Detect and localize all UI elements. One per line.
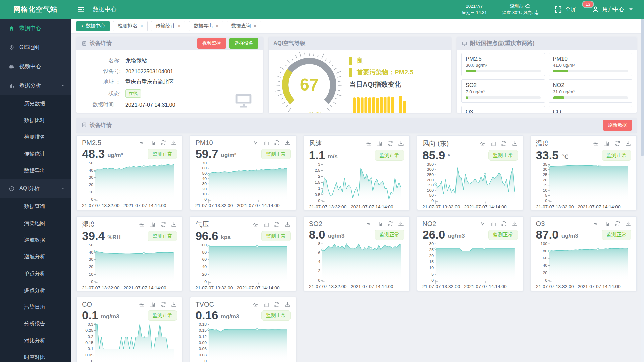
download-icon[interactable] — [284, 140, 291, 146]
sidebar-subitem[interactable]: 分析报告 — [0, 315, 71, 332]
sidebar-subitem[interactable]: 数据导出 — [0, 162, 71, 179]
tab[interactable]: 数据查询× — [227, 21, 261, 31]
sidebar-subitem[interactable]: 巡航数据 — [0, 232, 71, 248]
bar-chart-icon[interactable] — [263, 221, 269, 228]
bar-chart-icon[interactable] — [149, 221, 156, 228]
sidebar-subitem[interactable]: 单点分析 — [0, 265, 71, 282]
tab[interactable]: 数据导出× — [189, 21, 223, 31]
menu-toggle-icon[interactable] — [77, 5, 86, 14]
download-icon[interactable] — [625, 140, 631, 147]
sidebar-subitem[interactable]: 时空对比 — [0, 349, 71, 362]
bar-chart-icon[interactable] — [263, 140, 269, 146]
download-icon[interactable] — [398, 221, 404, 227]
bar-chart-icon[interactable] — [149, 301, 156, 308]
sidebar-item-gis-map[interactable]: GIS地图 — [0, 38, 71, 57]
user-icon — [591, 5, 600, 14]
svg-text:3: 3 — [318, 163, 320, 167]
svg-text:0: 0 — [205, 279, 207, 284]
sidebar-subitem[interactable]: 巡航分析 — [0, 248, 71, 265]
svg-text:2021-07-07 13:32:00: 2021-07-07 13:32:00 — [536, 205, 574, 210]
bar-chart-icon[interactable] — [490, 221, 496, 227]
fullscreen-button[interactable]: 全屏 13 — [554, 5, 576, 14]
bar-chart-icon[interactable] — [263, 301, 269, 308]
line-chart-icon[interactable] — [593, 221, 599, 227]
sidebar-subitem[interactable]: 污染日历 — [0, 299, 71, 315]
bar-chart-icon[interactable] — [376, 140, 383, 147]
sidebar-item-video-center[interactable]: 视频中心 — [0, 57, 71, 76]
refresh-icon[interactable] — [274, 140, 280, 146]
metric-progress — [466, 70, 541, 72]
bar-chart-icon[interactable] — [376, 221, 383, 227]
sidebar-item-aqi-analysis[interactable]: AQI分析 — [0, 179, 71, 198]
sidebar-subitem[interactable]: 检测排名 — [0, 129, 71, 145]
bar-chart-icon[interactable] — [603, 221, 610, 227]
refresh-icon[interactable] — [614, 221, 621, 227]
sidebar-subitem[interactable]: 多点分析 — [0, 282, 71, 299]
download-icon[interactable] — [284, 221, 291, 228]
line-chart-icon[interactable] — [252, 221, 259, 228]
line-chart-icon[interactable] — [252, 301, 259, 308]
metric-name: PM2.5 — [466, 56, 541, 62]
download-icon[interactable] — [171, 221, 177, 228]
refresh-icon[interactable] — [160, 301, 166, 308]
sidebar-subitem[interactable]: 历史数据 — [0, 95, 71, 112]
active-dot-icon: ● — [81, 24, 83, 28]
tab[interactable]: 传输统计× — [151, 21, 185, 31]
scrollbar-thumb[interactable] — [641, 19, 644, 156]
refresh-icon[interactable] — [387, 140, 393, 147]
refresh-icon[interactable] — [501, 221, 507, 227]
refresh-data-button[interactable]: 刷新数据 — [603, 120, 632, 131]
download-icon[interactable] — [512, 221, 518, 227]
close-icon[interactable]: × — [254, 23, 257, 28]
sidebar-subitem[interactable]: 对比分析 — [0, 332, 71, 349]
download-icon[interactable] — [171, 140, 177, 146]
line-chart-icon[interactable] — [139, 140, 145, 146]
download-icon[interactable] — [284, 301, 291, 308]
refresh-icon[interactable] — [614, 140, 621, 147]
sidebar-item-data-analysis[interactable]: 数据分析 — [0, 76, 71, 95]
sidebar-subitem[interactable]: 数据比对 — [0, 112, 71, 129]
sidebar-subitem[interactable]: 污染地图 — [0, 215, 71, 232]
refresh-icon[interactable] — [160, 221, 166, 228]
user-center-button[interactable]: 用户中心 — [591, 5, 633, 14]
sidebar-subitem[interactable]: 数据查询 — [0, 198, 71, 215]
line-chart-icon[interactable] — [366, 140, 372, 147]
scrollbar[interactable] — [641, 19, 644, 362]
download-icon[interactable] — [171, 301, 177, 308]
download-icon[interactable] — [625, 221, 631, 227]
close-icon[interactable]: × — [140, 23, 143, 28]
bar-chart-icon[interactable] — [603, 140, 610, 147]
line-chart-icon[interactable] — [479, 140, 486, 147]
refresh-icon[interactable] — [501, 140, 507, 147]
video-monitor-button[interactable]: 视频监控 — [197, 38, 226, 49]
refresh-icon[interactable] — [274, 301, 280, 308]
metric-unit: %RH — [107, 234, 121, 241]
line-chart-icon[interactable] — [479, 221, 486, 227]
close-icon[interactable]: × — [178, 23, 181, 28]
svg-text:10: 10 — [89, 272, 93, 277]
metric-card: PM10 59.7 ug/m³ 监测正常 010203040506070 202… — [190, 135, 296, 210]
tab-label: 数据查询 — [231, 23, 251, 29]
line-chart-icon[interactable] — [252, 140, 259, 146]
line-chart-icon[interactable] — [593, 140, 599, 147]
refresh-icon[interactable] — [387, 221, 393, 227]
close-icon[interactable]: × — [216, 23, 219, 28]
bar-chart-icon[interactable] — [149, 140, 156, 146]
line-chart-icon[interactable] — [139, 301, 145, 308]
refresh-icon[interactable] — [274, 221, 280, 228]
weather-city: 深圳市 — [510, 3, 523, 10]
tab-active[interactable]: ●数据中心 — [76, 21, 110, 31]
tab-label: 数据中心 — [86, 23, 105, 29]
line-chart-icon[interactable] — [366, 221, 372, 227]
refresh-icon[interactable] — [160, 140, 166, 146]
download-icon[interactable] — [512, 140, 518, 147]
monitor-status-badge: 监测正常 — [375, 150, 404, 161]
download-icon[interactable] — [398, 140, 404, 147]
bar-chart-icon[interactable] — [490, 140, 496, 147]
tab[interactable]: 检测排名× — [113, 21, 148, 31]
sidebar-subitem[interactable]: 传输统计 — [0, 145, 71, 162]
line-chart-icon[interactable] — [139, 221, 145, 228]
sidebar-item-data-center[interactable]: 数据中心 — [0, 19, 71, 38]
select-device-button[interactable]: 选择设备 — [229, 38, 258, 49]
monitor-status-badge: 监测正常 — [261, 149, 291, 159]
